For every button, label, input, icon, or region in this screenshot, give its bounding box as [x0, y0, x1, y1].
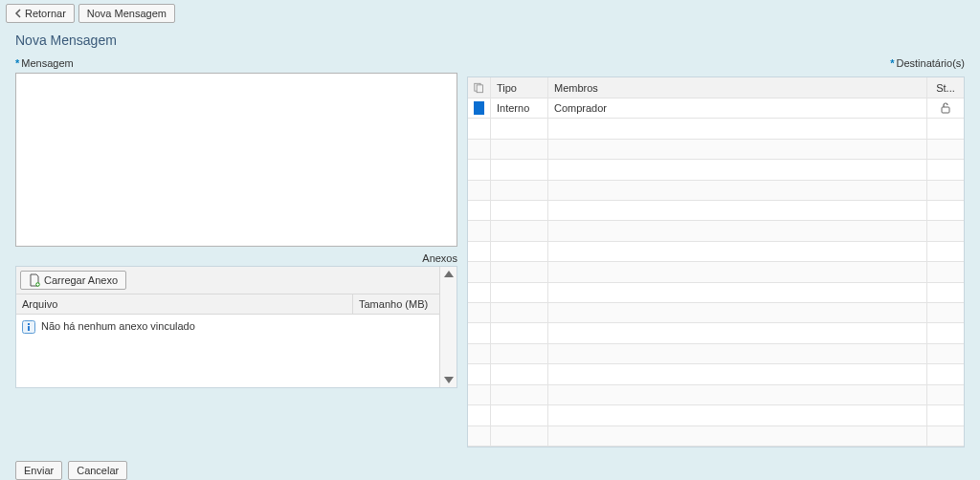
send-button-label: Enviar [24, 465, 54, 476]
table-row[interactable] [468, 221, 964, 241]
row-status [927, 323, 964, 342]
row-tipo [491, 119, 548, 138]
row-tipo: Interno [491, 98, 548, 118]
svg-rect-2 [28, 323, 30, 325]
row-tipo [491, 344, 548, 363]
row-status [927, 283, 964, 302]
row-tipo [491, 303, 548, 322]
row-selector[interactable] [468, 323, 491, 342]
row-membros [548, 405, 927, 425]
table-row[interactable] [468, 323, 964, 343]
table-row[interactable] [468, 405, 964, 425]
row-selector[interactable] [468, 140, 491, 159]
scroll-up-icon[interactable] [444, 271, 454, 277]
upload-attachment-button[interactable]: Carregar Anexo [20, 271, 126, 290]
row-selector[interactable] [468, 364, 491, 383]
attachments-empty-text: Não há nenhum anexo vinculado [41, 320, 195, 332]
row-status [927, 140, 964, 159]
row-selector[interactable] [468, 426, 491, 446]
new-message-button-label: Nova Mensagem [87, 8, 167, 19]
row-selector[interactable] [468, 181, 491, 200]
table-row[interactable] [468, 426, 964, 447]
row-membros [548, 140, 927, 159]
row-selector[interactable] [468, 201, 491, 220]
row-selector[interactable] [468, 221, 491, 240]
row-tipo [491, 262, 548, 281]
row-status [927, 98, 964, 118]
row-selector[interactable] [468, 385, 491, 404]
back-button-label: Retornar [25, 8, 66, 19]
table-row[interactable] [468, 181, 964, 201]
table-row[interactable] [468, 262, 964, 282]
chevron-left-icon [14, 9, 21, 18]
row-tipo [491, 385, 548, 404]
row-tipo [491, 181, 548, 200]
row-selector[interactable] [468, 242, 491, 261]
row-membros: Comprador [548, 98, 927, 118]
table-row[interactable] [468, 160, 964, 180]
footer-toolbar: Enviar Cancelar [0, 447, 980, 480]
table-row[interactable] [468, 344, 964, 364]
row-selector[interactable] [468, 98, 491, 118]
row-membros [548, 160, 927, 179]
row-membros [548, 262, 927, 281]
page-title: Nova Mensagem [0, 27, 980, 57]
new-message-button[interactable]: Nova Mensagem [78, 4, 175, 23]
scroll-down-icon[interactable] [444, 377, 454, 383]
row-tipo [491, 405, 548, 425]
recipients-table: Tipo Membros St... InternoComprador [467, 76, 965, 447]
top-toolbar: Retornar Nova Mensagem [0, 0, 980, 27]
send-button[interactable]: Enviar [15, 461, 62, 480]
row-selector[interactable] [468, 303, 491, 322]
row-selector[interactable] [468, 119, 491, 138]
table-row[interactable] [468, 303, 964, 323]
row-selector[interactable] [468, 262, 491, 281]
table-row[interactable] [468, 385, 964, 405]
row-selector[interactable] [468, 283, 491, 302]
table-row[interactable] [468, 283, 964, 303]
row-status [927, 344, 964, 363]
message-label-text: Mensagem [21, 57, 73, 69]
row-selector[interactable] [468, 405, 491, 425]
table-row[interactable]: InternoComprador [468, 98, 964, 119]
row-status [927, 201, 964, 220]
cancel-button[interactable]: Cancelar [68, 461, 127, 480]
attachments-col-file: Arquivo [16, 295, 353, 314]
table-row[interactable] [468, 201, 964, 221]
row-selector[interactable] [468, 160, 491, 179]
svg-rect-5 [477, 84, 482, 92]
required-asterisk-icon: * [890, 57, 894, 69]
row-membros [548, 242, 927, 261]
row-membros [548, 323, 927, 342]
row-selector[interactable] [468, 344, 491, 363]
cancel-button-label: Cancelar [77, 465, 119, 476]
attachments-section-label: Anexos [15, 252, 457, 264]
attachments-scrollbar[interactable] [439, 267, 457, 387]
row-status [927, 303, 964, 322]
recipients-col-st[interactable]: St... [927, 77, 964, 98]
row-tipo [491, 201, 548, 220]
recipients-col-tipo[interactable]: Tipo [491, 77, 548, 98]
row-tipo [491, 242, 548, 261]
attachments-header-row: Arquivo Tamanho (MB) [16, 295, 439, 315]
recipients-header-row: Tipo Membros St... [468, 77, 964, 98]
row-tipo [491, 221, 548, 240]
row-status [927, 426, 964, 446]
table-row[interactable] [468, 140, 964, 160]
table-row[interactable] [468, 364, 964, 384]
table-row[interactable] [468, 119, 964, 139]
recipients-col-membros[interactable]: Membros [548, 77, 927, 98]
lock-icon [939, 102, 952, 114]
row-tipo [491, 140, 548, 159]
info-icon [22, 320, 35, 334]
row-membros [548, 344, 927, 363]
back-button[interactable]: Retornar [6, 4, 75, 23]
row-tipo [491, 426, 548, 446]
table-row[interactable] [468, 242, 964, 262]
row-status [927, 405, 964, 425]
message-textarea[interactable] [15, 73, 457, 247]
row-membros [548, 221, 927, 240]
svg-rect-3 [28, 326, 30, 331]
recipients-col-selector[interactable] [468, 77, 491, 98]
required-asterisk-icon: * [15, 57, 19, 69]
